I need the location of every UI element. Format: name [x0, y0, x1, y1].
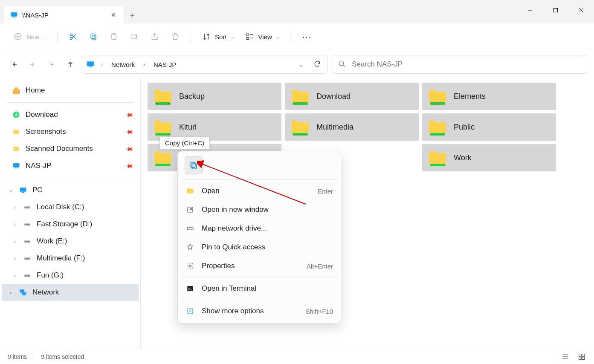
sidebar-fung[interactable]: › Fun (G:)	[2, 267, 139, 284]
copy-tooltip: Copy (Ctrl+C)	[159, 136, 210, 150]
context-more-options[interactable]: Show more options Shift+F10	[180, 302, 338, 321]
more-button[interactable]: ···	[297, 29, 317, 45]
svg-rect-49	[293, 133, 308, 136]
new-button[interactable]: New ⌵	[9, 29, 50, 44]
active-tab[interactable]: \\NAS-JP ✕	[4, 6, 124, 23]
chevron-right-icon: ›	[99, 61, 105, 67]
folder-multimedia[interactable]: Multimedia	[285, 113, 419, 141]
chevron-right-icon[interactable]: ›	[12, 273, 18, 278]
pin-icon: 📌	[125, 161, 134, 170]
chevron-right-icon[interactable]: ›	[8, 290, 14, 295]
chevron-right-icon[interactable]: ›	[12, 205, 18, 210]
sidebar-pc[interactable]: ⌵ PC	[2, 182, 139, 199]
svg-rect-0	[11, 12, 17, 17]
share-button[interactable]	[146, 29, 163, 44]
home-icon	[12, 86, 20, 95]
sidebar-nasjp[interactable]: NAS-JP 📌	[2, 157, 139, 174]
drive-icon	[23, 271, 32, 280]
folder-work[interactable]: Work	[422, 144, 556, 171]
svg-rect-31	[13, 163, 20, 168]
folder-backup[interactable]: Backup	[148, 83, 281, 110]
sidebar-download[interactable]: Download 📌	[2, 106, 139, 123]
status-selected: 9 items selected	[41, 353, 84, 360]
paste-button[interactable]	[105, 29, 122, 44]
delete-button[interactable]	[167, 29, 184, 44]
folder-public[interactable]: Public	[422, 113, 556, 141]
svg-point-36	[29, 207, 30, 208]
sort-label: Sort	[215, 33, 227, 40]
sidebar-worke[interactable]: › Work (E:)	[2, 233, 139, 250]
tiles-view-button[interactable]	[577, 352, 586, 361]
pin-icon: 📌	[125, 127, 134, 136]
minimize-button[interactable]	[517, 0, 543, 20]
svg-rect-52	[430, 164, 445, 166]
cut-button[interactable]	[64, 29, 81, 44]
maximize-button[interactable]	[543, 0, 568, 20]
sidebar-item-label: PC	[32, 186, 133, 194]
folder-label: Elements	[454, 92, 486, 101]
chevron-down-icon[interactable]: ⌵	[8, 188, 14, 193]
context-map-drive[interactable]: Map network drive...	[180, 219, 338, 238]
search-icon	[338, 60, 346, 69]
svg-rect-1	[13, 17, 15, 18]
context-label: Open	[202, 187, 311, 195]
status-count: 9 items	[8, 353, 27, 360]
download-icon	[12, 110, 20, 119]
sort-button[interactable]: Sort ⌵	[198, 29, 238, 44]
sidebar-multif[interactable]: › Multimedia (F:)	[2, 250, 139, 267]
up-button[interactable]	[63, 57, 78, 72]
search-input[interactable]	[352, 60, 581, 69]
refresh-button[interactable]	[311, 60, 324, 69]
address-bar[interactable]: › Network › NAS-JP ⌵	[82, 55, 327, 74]
svg-rect-14	[91, 34, 95, 38]
close-tab-button[interactable]: ✕	[109, 10, 118, 20]
divider	[182, 300, 336, 300]
sidebar-home[interactable]: Home	[2, 82, 139, 99]
sidebar-item-label: Download	[26, 110, 121, 119]
sidebar-fastd[interactable]: › Fast Storage (D:)	[2, 216, 139, 233]
toolbar: New ⌵ Sort ⌵ View ⌵ ···	[0, 23, 594, 50]
view-button[interactable]: View ⌵	[241, 29, 283, 44]
close-window-button[interactable]	[568, 0, 594, 20]
breadcrumb-nasjp[interactable]: NAS-JP	[151, 59, 179, 70]
context-copy-button[interactable]	[185, 156, 203, 174]
svg-rect-66	[582, 354, 585, 356]
copy-button[interactable]	[85, 29, 102, 44]
forward-button[interactable]	[26, 57, 40, 72]
details-view-button[interactable]	[561, 352, 570, 361]
properties-icon	[185, 261, 195, 271]
context-open[interactable]: Open Enter	[180, 182, 338, 200]
svg-rect-32	[15, 168, 17, 169]
navigation-row: › Network › NAS-JP ⌵	[0, 50, 594, 78]
sidebar-localc[interactable]: › Local Disk (C:)	[2, 199, 139, 216]
titlebar: \\NAS-JP ✕ ＋	[0, 0, 594, 23]
sidebar-screenshots[interactable]: Screenshots 📌	[2, 123, 139, 140]
chevron-down-icon: ⌵	[43, 35, 46, 39]
address-dropdown[interactable]: ⌵	[295, 61, 307, 68]
divider	[191, 31, 191, 43]
context-pin-quick[interactable]: Pin to Quick access	[180, 238, 338, 257]
folder-download[interactable]: Download	[285, 83, 419, 110]
context-properties[interactable]: Properties Alt+Enter	[180, 257, 338, 275]
folder-icon	[12, 127, 20, 136]
folder-elements[interactable]: Elements	[422, 83, 556, 110]
context-open-new[interactable]: Open in new window	[180, 200, 338, 219]
pin-icon	[185, 243, 195, 252]
chevron-right-icon[interactable]: ›	[12, 256, 18, 261]
svg-rect-38	[24, 241, 30, 243]
share-icon	[151, 32, 159, 41]
back-button[interactable]	[7, 57, 21, 72]
new-tab-button[interactable]: ＋	[124, 6, 141, 23]
rename-button[interactable]	[126, 29, 143, 44]
sidebar-scanned[interactable]: Scanned Documents 📌	[2, 140, 139, 157]
folder-icon	[12, 144, 20, 153]
search-bar[interactable]	[332, 55, 587, 74]
network-folder-icon	[153, 117, 173, 137]
copy-icon	[89, 32, 98, 41]
chevron-right-icon[interactable]: ›	[12, 222, 18, 227]
breadcrumb-network[interactable]: Network	[109, 59, 137, 70]
chevron-right-icon[interactable]: ›	[12, 239, 18, 244]
context-open-terminal[interactable]: Open in Terminal	[180, 279, 338, 298]
recent-button[interactable]	[44, 57, 59, 72]
sidebar-network[interactable]: › Network	[2, 284, 139, 301]
